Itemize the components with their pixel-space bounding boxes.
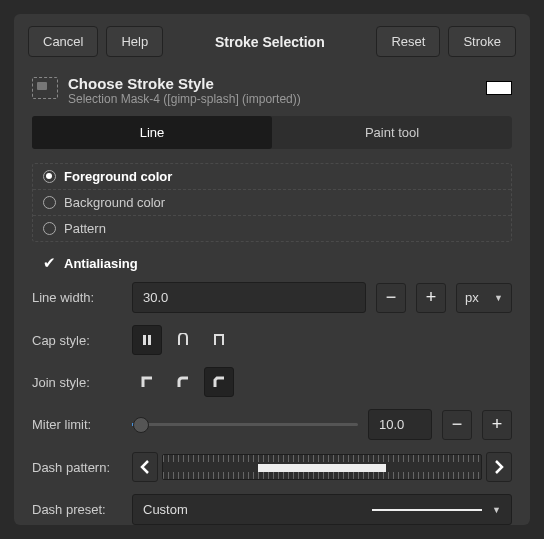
join-miter-button[interactable] — [132, 367, 162, 397]
line-width-unit-select[interactable]: px ▼ — [456, 283, 512, 313]
dialog-header: Cancel Help Stroke Selection Reset Strok… — [14, 14, 530, 69]
tab-paint-tool[interactable]: Paint tool — [272, 116, 512, 149]
stroke-button[interactable]: Stroke — [448, 26, 516, 57]
join-style-row: Join style: — [32, 367, 512, 397]
cap-butt-button[interactable] — [132, 325, 162, 355]
miter-increment[interactable]: + — [482, 410, 512, 440]
cap-butt-icon — [140, 333, 154, 347]
radio-icon — [43, 196, 56, 209]
cancel-button[interactable]: Cancel — [28, 26, 98, 57]
join-miter-icon — [140, 375, 154, 389]
cap-square-icon — [212, 333, 226, 347]
page-subtitle: Selection Mask-4 ([gimp-splash] (importe… — [68, 92, 301, 106]
tabs: Line Paint tool — [32, 116, 512, 149]
line-width-increment[interactable]: + — [416, 283, 446, 313]
dash-preset-select[interactable]: Custom ▼ — [132, 494, 512, 525]
checkbox-label: Antialiasing — [64, 256, 138, 271]
line-width-decrement[interactable]: − — [376, 283, 406, 313]
radio-label: Foreground color — [64, 169, 172, 184]
svg-rect-1 — [148, 335, 151, 345]
line-width-label: Line width: — [32, 290, 122, 305]
radio-foreground[interactable]: Foreground color — [33, 164, 511, 190]
chevron-left-icon — [139, 460, 151, 474]
page-title: Choose Stroke Style — [68, 75, 301, 92]
join-bevel-button[interactable] — [204, 367, 234, 397]
join-style-label: Join style: — [32, 375, 122, 390]
tab-line[interactable]: Line — [32, 116, 272, 149]
cap-round-icon — [176, 333, 190, 347]
line-width-input[interactable] — [132, 282, 366, 313]
join-bevel-icon — [212, 375, 226, 389]
reset-button[interactable]: Reset — [376, 26, 440, 57]
svg-rect-0 — [143, 335, 146, 345]
miter-limit-input[interactable] — [368, 409, 432, 440]
dash-pattern-editor[interactable] — [162, 454, 482, 480]
chevron-down-icon: ▼ — [492, 505, 501, 515]
dash-preview-icon — [372, 509, 482, 511]
dash-pattern-label: Dash pattern: — [32, 460, 122, 475]
help-button[interactable]: Help — [106, 26, 163, 57]
dash-preset-value: Custom — [143, 502, 188, 517]
radio-label: Pattern — [64, 221, 106, 236]
radio-icon — [43, 170, 56, 183]
radio-icon — [43, 222, 56, 235]
dash-pattern-row: Dash pattern: — [32, 452, 512, 482]
join-round-button[interactable] — [168, 367, 198, 397]
stroke-selection-dialog: Cancel Help Stroke Selection Reset Strok… — [14, 14, 530, 525]
selection-mask-icon — [32, 77, 58, 99]
title-block: Choose Stroke Style Selection Mask-4 ([g… — [14, 69, 530, 116]
cap-round-button[interactable] — [168, 325, 198, 355]
radio-label: Background color — [64, 195, 165, 210]
color-swatch[interactable] — [486, 81, 512, 95]
radio-background[interactable]: Background color — [33, 190, 511, 216]
cap-square-button[interactable] — [204, 325, 234, 355]
checkmark-icon: ✔ — [42, 254, 56, 272]
dash-preset-row: Dash preset: Custom ▼ — [32, 494, 512, 525]
cap-style-label: Cap style: — [32, 333, 122, 348]
chevron-down-icon: ▼ — [494, 293, 503, 303]
cap-style-row: Cap style: — [32, 325, 512, 355]
miter-limit-row: Miter limit: − + — [32, 409, 512, 440]
dash-scroll-left[interactable] — [132, 452, 158, 482]
antialiasing-checkbox[interactable]: ✔ Antialiasing — [32, 248, 512, 282]
miter-decrement[interactable]: − — [442, 410, 472, 440]
join-round-icon — [176, 375, 190, 389]
radio-pattern[interactable]: Pattern — [33, 216, 511, 241]
miter-limit-slider[interactable] — [132, 410, 358, 440]
miter-limit-label: Miter limit: — [32, 417, 122, 432]
line-width-row: Line width: − + px ▼ — [32, 282, 512, 313]
color-source-group: Foreground color Background color Patter… — [32, 163, 512, 242]
chevron-right-icon — [493, 460, 505, 474]
dialog-title: Stroke Selection — [211, 34, 329, 50]
dash-preset-label: Dash preset: — [32, 502, 122, 517]
unit-label: px — [465, 290, 479, 305]
dash-scroll-right[interactable] — [486, 452, 512, 482]
